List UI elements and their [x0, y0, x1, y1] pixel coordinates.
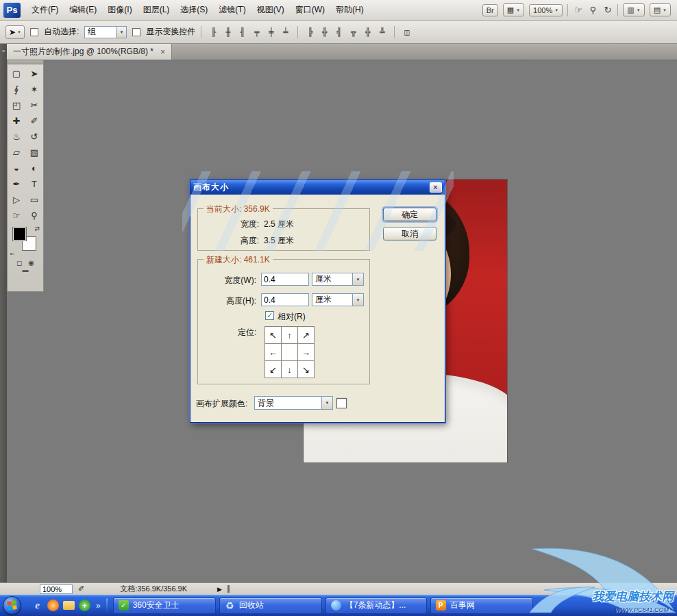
auto-align-layers-icon[interactable]: ◫ [400, 25, 413, 38]
quick-launch-bar: e + » [32, 600, 101, 611]
task-360-safe[interactable]: ✓ 360安全卫士 [113, 597, 216, 614]
align-bottom-icon[interactable]: ╢ [236, 25, 249, 38]
align-right-icon[interactable]: ╧ [279, 25, 292, 38]
crop-tool-icon[interactable]: ◰ [8, 97, 25, 113]
auto-select-checkbox[interactable] [30, 28, 38, 36]
menu-layer[interactable]: 图层(L) [138, 1, 175, 19]
brush-tool-icon[interactable]: ✐ [25, 113, 43, 129]
anchor-middle-left[interactable]: ← [264, 343, 282, 361]
bridge-button[interactable]: Br [482, 4, 498, 16]
distribute-horizontal-center-icon[interactable]: ╬ [361, 25, 374, 38]
history-brush-tool-icon[interactable]: ↺ [25, 129, 43, 145]
align-left-icon[interactable]: ╤ [250, 25, 263, 38]
height-unit-dropdown[interactable]: 厘米 ▼ [312, 293, 364, 306]
hand-tool-icon[interactable]: ☞ [8, 208, 25, 223]
current-height-value: 3.5 厘米 [264, 235, 294, 247]
document-tab[interactable]: 一寸照片的制作.jpg @ 100%(RGB/8) * × [7, 44, 172, 60]
rotate-view-icon[interactable]: ↻ [602, 5, 613, 15]
width-input[interactable] [261, 273, 309, 286]
internet-explorer-icon[interactable]: e [32, 600, 43, 611]
default-colors-icon[interactable]: ▪▫ [10, 251, 14, 257]
folder-icon[interactable] [63, 601, 75, 610]
start-button[interactable] [3, 596, 21, 615]
relative-checkbox[interactable]: ✓ [265, 311, 274, 320]
foreground-color-swatch[interactable] [13, 227, 26, 241]
distribute-right-icon[interactable]: ╩ [376, 25, 389, 38]
canvas-extension-color-swatch[interactable] [336, 398, 347, 408]
anchor-top-right[interactable]: ↗ [297, 326, 315, 344]
pen-tool-icon[interactable]: ✒ [8, 176, 25, 192]
task-news[interactable]: 【7条新动态】... [325, 597, 427, 614]
menu-image[interactable]: 图像(I) [102, 1, 137, 19]
anchor-bottom-right[interactable]: ↘ [297, 360, 315, 378]
menu-select[interactable]: 选择(S) [175, 1, 213, 19]
windows-logo-icon [7, 600, 17, 611]
type-tool-icon[interactable]: T [25, 176, 43, 192]
menu-edit[interactable]: 编辑(E) [64, 1, 102, 19]
new-height-label: 高度(H): [198, 295, 256, 307]
anchor-top-left[interactable]: ↖ [264, 326, 282, 344]
anchor-top-center[interactable]: ↑ [281, 326, 298, 344]
task-baishi-web[interactable]: P 百事网 [430, 597, 533, 614]
lasso-tool-icon[interactable]: ∮ [8, 82, 25, 97]
distribute-top-icon[interactable]: ╠ [304, 25, 317, 38]
arrange-documents-button[interactable]: ▥ ▼ [623, 3, 644, 16]
hand-tool-icon[interactable]: ☞ [573, 5, 584, 15]
zoom-tool-icon[interactable]: ⚲ [589, 5, 598, 15]
menu-file[interactable]: 文件(F) [26, 1, 64, 19]
menu-view[interactable]: 视图(V) [251, 1, 290, 19]
slice-tool-icon[interactable]: ✂ [25, 97, 43, 113]
canvas-extension-dropdown[interactable]: 背景 ▼ [254, 396, 333, 410]
dialog-title-bar[interactable]: 画布大小 × [190, 180, 445, 195]
menu-help[interactable]: 帮助(H) [330, 1, 369, 19]
close-icon[interactable]: × [430, 182, 442, 193]
standard-mode-icon[interactable]: ◻ [16, 259, 22, 267]
status-zoom-input[interactable] [40, 584, 73, 594]
task-recycle-bin[interactable]: ♻ 回收站 [219, 597, 322, 614]
width-unit-dropdown[interactable]: 厘米 ▼ [312, 273, 364, 286]
ok-button[interactable]: 确定 [383, 208, 436, 221]
clone-stamp-tool-icon[interactable]: ♨ [8, 129, 25, 145]
path-selection-tool-icon[interactable]: ▷ [8, 192, 25, 208]
rectangular-marquee-tool-icon[interactable]: ▢ [8, 66, 25, 82]
show-transform-checkbox[interactable] [132, 28, 140, 36]
view-extras-button[interactable]: ▦ ▼ [503, 3, 524, 16]
dodge-tool-icon[interactable]: ◐ [25, 160, 43, 176]
distribute-vertical-center-icon[interactable]: ╬ [318, 25, 331, 38]
gradient-tool-icon[interactable]: ▨ [25, 145, 43, 160]
zoom-level-button[interactable]: 100% ▼ [529, 4, 563, 16]
align-top-icon[interactable]: ╟ [207, 25, 220, 38]
close-icon[interactable]: × [160, 48, 165, 56]
zoom-tool-icon[interactable]: ⚲ [25, 208, 43, 223]
menu-window[interactable]: 窗口(W) [290, 1, 330, 19]
shape-tool-icon[interactable]: ▭ [25, 192, 43, 208]
move-tool-icon[interactable]: ➤ [25, 66, 43, 82]
distribute-bottom-icon[interactable]: ╣ [332, 25, 345, 38]
quick-launch-360-icon[interactable]: + [79, 600, 90, 611]
screen-mode-button[interactable]: ▤ ▼ [650, 3, 671, 16]
anchor-bottom-center[interactable]: ↓ [281, 360, 298, 378]
browser-icon[interactable] [47, 600, 59, 611]
align-horizontal-center-icon[interactable]: ╪ [264, 25, 278, 38]
overflow-chevron-icon[interactable]: » [96, 601, 101, 611]
auto-select-scope-dropdown[interactable]: 组 ▼ [84, 26, 127, 38]
status-expand-icon[interactable]: ▶ [217, 586, 222, 593]
distribute-left-icon[interactable]: ╦ [347, 25, 360, 38]
anchor-bottom-left[interactable]: ↙ [264, 360, 282, 378]
eraser-tool-icon[interactable]: ▱ [8, 145, 25, 160]
height-input[interactable] [261, 293, 309, 306]
magic-wand-tool-icon[interactable]: ✶ [25, 82, 43, 97]
tool-preset-picker[interactable]: ➤ ▼ [5, 25, 25, 39]
cancel-button[interactable]: 取消 [383, 227, 436, 241]
quick-mask-icon[interactable]: ◉ [28, 259, 34, 267]
swap-colors-icon[interactable]: ⇄ [34, 225, 40, 232]
anchor-middle-right[interactable]: → [297, 343, 315, 361]
blur-tool-icon[interactable]: ◒ [8, 160, 25, 176]
align-vertical-center-icon[interactable]: ╫ [221, 25, 234, 38]
menu-filter[interactable]: 滤镜(T) [213, 1, 251, 19]
screen-mode-strip[interactable]: ▬ [8, 267, 43, 273]
move-tool-icon: ➤ [9, 27, 16, 37]
anchor-center[interactable] [281, 343, 298, 361]
panel-dock-collapsed[interactable]: « [0, 44, 7, 582]
healing-brush-tool-icon[interactable]: ✚ [8, 113, 25, 129]
